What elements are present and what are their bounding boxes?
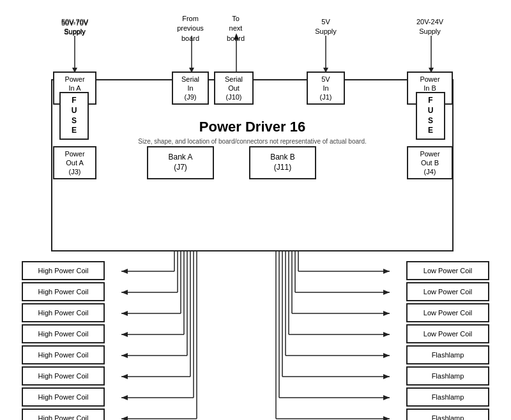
coil-box-left-3: High Power Coil xyxy=(22,303,105,322)
right-coil-column: Low Power Coil Low Power Coil Low Power … xyxy=(406,261,489,420)
coil-box-right-3: Low Power Coil xyxy=(406,303,489,322)
coil-box-right-5: Flashlamp xyxy=(406,345,489,364)
diagram-wrapper: 50V-70V Supply 50V-70VSupply Frompreviou… xyxy=(13,9,498,411)
svg-marker-82 xyxy=(383,269,390,274)
coil-box-left-4: High Power Coil xyxy=(22,324,105,343)
svg-marker-86 xyxy=(383,353,390,358)
svg-marker-48 xyxy=(121,395,128,400)
svg-marker-47 xyxy=(121,374,128,379)
coil-box-left-2: High Power Coil xyxy=(22,282,105,301)
supply-to-next-text: Tonextboard xyxy=(214,14,257,43)
connector-bank-b: Bank B(J11) xyxy=(249,146,316,179)
svg-marker-42 xyxy=(121,269,128,274)
coil-box-right-6: Flashlamp xyxy=(406,366,489,386)
supply-20v-text: 20V-24VSupply xyxy=(407,17,453,37)
coil-box-left-6: High Power Coil xyxy=(22,366,105,386)
board-title: Power Driver 16 xyxy=(52,119,452,135)
supply-5v-text: 5VSupply xyxy=(307,17,345,37)
connector-bank-a: Bank A(J7) xyxy=(147,146,214,179)
svg-marker-89 xyxy=(383,416,390,420)
connector-power-out-b: PowerOut B(J4) xyxy=(407,146,453,179)
connector-5v-in: 5VIn(J1) xyxy=(307,71,345,105)
svg-marker-88 xyxy=(383,395,390,400)
supply-from-prev-text: Frompreviousboard xyxy=(169,14,212,43)
svg-marker-85 xyxy=(383,332,390,337)
coil-box-right-4: Low Power Coil xyxy=(406,324,489,343)
coil-box-right-2: Low Power Coil xyxy=(406,282,489,301)
coil-box-left-8: High Power Coil xyxy=(22,409,105,420)
fuse-right: FUSE xyxy=(416,92,445,140)
svg-marker-46 xyxy=(121,353,128,358)
svg-marker-49 xyxy=(121,416,128,420)
svg-marker-87 xyxy=(383,374,390,379)
connector-serial-in: SerialIn(J9) xyxy=(172,71,209,105)
svg-marker-84 xyxy=(383,311,390,316)
coil-box-left-5: High Power Coil xyxy=(22,345,105,364)
connector-power-out-a: PowerOut A(J3) xyxy=(53,146,96,179)
supply-50v-text: 50V-70VSupply xyxy=(53,17,96,37)
coil-box-right-7: Flashlamp xyxy=(406,387,489,407)
coil-box-right-1: Low Power Coil xyxy=(406,261,489,280)
coil-box-right-8: Flashlamp xyxy=(406,409,489,420)
left-coil-column: High Power Coil High Power Coil High Pow… xyxy=(22,261,105,420)
svg-marker-43 xyxy=(121,290,128,295)
svg-marker-83 xyxy=(383,290,390,295)
board-subtitle: Size, shape, and location of board/conne… xyxy=(52,138,452,145)
svg-marker-44 xyxy=(121,311,128,316)
fuse-left: FUSE xyxy=(59,92,89,140)
svg-marker-45 xyxy=(121,332,128,337)
coil-box-left-1: High Power Coil xyxy=(22,261,105,280)
connector-serial-out: SerialOut(J10) xyxy=(214,71,254,105)
coil-box-left-7: High Power Coil xyxy=(22,387,105,407)
